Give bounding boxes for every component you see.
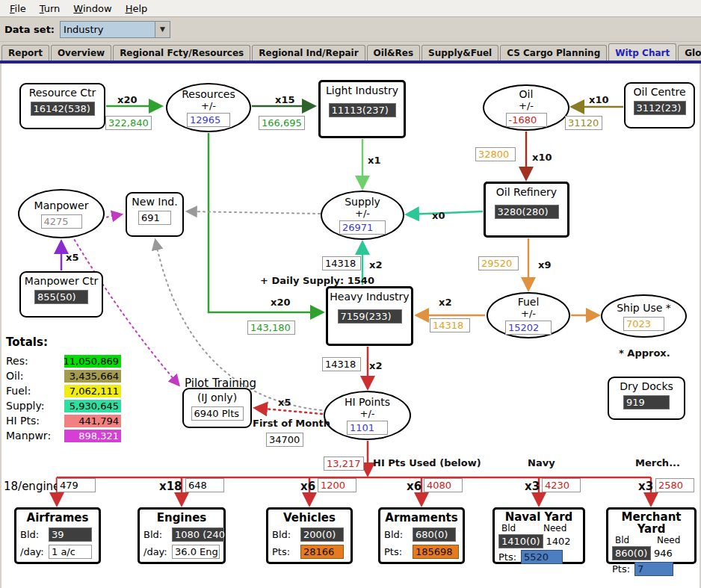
amount-hi-supply: 14318 [322, 256, 361, 270]
pts-label: Pts: [272, 546, 297, 557]
menu-help[interactable]: Help [119, 1, 155, 16]
yard-headers: Bld Need [612, 535, 691, 545]
ship-use-value: 7023 [623, 317, 664, 331]
menu-file[interactable]: File [3, 1, 33, 16]
first-of-month-label: First of Month [253, 418, 330, 429]
tab-witp-chart[interactable]: Witp Chart [608, 43, 676, 61]
menu-window[interactable]: Window [67, 1, 118, 16]
tab-overview[interactable]: Overview [51, 45, 111, 61]
witp-chart-canvas: Resource Ctr 16142(538) Resources +/- 12… [1, 64, 700, 588]
need-header: Need [543, 523, 566, 533]
resource-ctr-title: Resource Ctr [29, 87, 96, 99]
mult-navalyard: x3 [525, 480, 540, 493]
totals-label: Oil: [6, 370, 64, 382]
airframes-day: 1 a/c [49, 545, 92, 559]
amount-ref-fuel: 29520 [478, 256, 519, 270]
totals-title: Totals: [6, 335, 121, 349]
mult-engines: x18 [159, 480, 182, 493]
armaments-pts: 185698 [413, 545, 459, 559]
ship-use-note: * Approx. [619, 347, 670, 359]
node-new-ind: New Ind. 691 [126, 192, 184, 237]
amount-hi-used: 13,217 [324, 457, 364, 471]
feed-navalyard: 4230 [542, 478, 581, 492]
edge-oilrefinery-supply [407, 211, 483, 214]
feed-armaments: 4080 [424, 478, 463, 492]
supply-value: 26971 [339, 220, 386, 235]
mult-oc-oil: x10 [589, 94, 608, 105]
merch-label: Merch... [635, 457, 680, 468]
first-of-month-value: 34700 [266, 433, 303, 447]
mult-merchantyard: x3 [638, 480, 653, 493]
dataset-combobox[interactable]: Industry ▼ [60, 21, 170, 38]
oil-refinery-value: 3280(280) [495, 205, 559, 219]
totals-swatch: 7,062,111 [64, 385, 121, 397]
mult-fuel-hi: x2 [439, 297, 451, 308]
manpower-ctr-title: Manpower Ctr [25, 275, 98, 288]
mult-pilot: x5 [278, 397, 291, 408]
menu-turn[interactable]: Turn [33, 1, 67, 16]
ship-use-title: Ship Use * [617, 302, 671, 315]
pts-label: Pts: [498, 551, 518, 563]
totals-swatch: 11,050,869 [64, 355, 121, 368]
fuel-value: 15202 [505, 321, 552, 335]
hi-used-label: HI Pts Used (below) [373, 457, 481, 468]
totals-label: Fuel: [6, 385, 64, 397]
chevron-down-icon[interactable]: ▼ [155, 22, 170, 37]
node-armaments: Armaments Bld:680(0) Pts:185698 [378, 507, 465, 564]
node-hi-points: HI Points +/- 1101 [324, 391, 411, 440]
edge-hipoints-pilottraining [256, 408, 322, 414]
supply-title: Supply [345, 196, 380, 208]
dry-docks-title: Dry Docks [620, 380, 673, 393]
engines-title: Engines [143, 511, 220, 524]
totals-row-res: Res: 11,050,869 [6, 353, 121, 368]
armaments-bld: 680(0) [413, 527, 456, 542]
node-vehicles: Vehicles Bld:200(0) Pts:28166 [266, 507, 353, 564]
pilot-training-value: 6940 Plts [191, 406, 244, 421]
tab-regional-fcty-resources[interactable]: Regional Fcty/Resources [113, 45, 250, 61]
node-heavy-industry: Heavy Industry 7159(233) [326, 286, 413, 346]
dataset-row: Data set: Industry ▼ [0, 17, 701, 42]
day-label: /day: [143, 546, 169, 557]
node-engines: Engines Bld:1080 (240) /day:36.0 Eng [138, 507, 226, 564]
tab-regional-ind-repair[interactable]: Regional Ind/Repair [252, 45, 365, 61]
supply-sign: +/- [355, 208, 370, 218]
amount-hi-pts: 14318 [322, 357, 361, 371]
daily-supply-label: + Daily Supply: 1540 [260, 275, 374, 286]
amount-oil-ref: 32800 [475, 147, 516, 161]
bld-label: Bld: [272, 529, 297, 540]
day-label: /day: [20, 546, 46, 557]
totals-label: Res: [6, 355, 64, 367]
tab-oil-res[interactable]: Oil&Res [367, 45, 420, 61]
tab-report[interactable]: Report [1, 45, 49, 61]
merchant-yard-need: 946 [654, 548, 673, 559]
tab-supply-fuel[interactable]: Supply&Fuel [421, 45, 498, 61]
new-ind-title: New Ind. [132, 196, 177, 208]
yard-headers: Bld Need [498, 523, 579, 533]
hi-points-value: 1101 [347, 421, 388, 435]
tab-cs-cargo-planning[interactable]: CS Cargo Planning [500, 45, 607, 61]
node-light-industry: Light Industry 11113(237) [318, 80, 406, 138]
manpower-value: 4275 [41, 214, 82, 229]
mult-hi-supply: x2 [369, 259, 382, 270]
oil-value: -1680 [506, 113, 547, 127]
edge-supply-newind [188, 211, 320, 214]
feed-engines: 648 [185, 478, 224, 492]
pts-label: Pts: [384, 546, 410, 557]
totals-swatch: 5,930,645 [64, 400, 121, 412]
node-naval-yard: Naval Yard Bld Need 1410(0)1402 Pts:5520 [492, 507, 585, 564]
node-ship-use: Ship Use * 7023 [601, 294, 687, 338]
amount-oc-oil: 31120 [565, 116, 602, 130]
mult-armaments: x6 [407, 480, 421, 493]
dataset-label: Data set: [4, 24, 55, 35]
bld-header: Bld [501, 523, 543, 533]
pilot-training-title: Pilot Training [185, 377, 256, 390]
amount-res-li: 166,695 [259, 116, 305, 130]
totals-row-fuel: Fuel: 7,062,111 [6, 383, 121, 398]
mult-rc-res: x20 [117, 94, 137, 105]
airframes-title: Airframes [20, 511, 95, 524]
node-pilot-training: (IJ only) 6940 Plts [182, 388, 252, 428]
mult-res-hi: x20 [271, 297, 290, 308]
tab-global[interactable]: Global [678, 45, 701, 61]
feed-airframes: 479 [57, 478, 96, 492]
pilot-training-sub: (IJ only) [197, 392, 237, 404]
